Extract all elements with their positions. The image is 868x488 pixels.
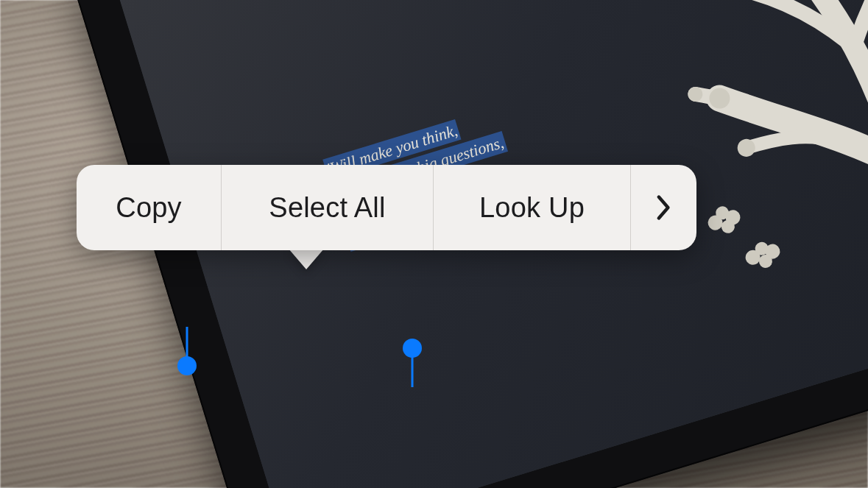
menu-arrow-icon bbox=[289, 249, 324, 269]
more-actions-button[interactable] bbox=[630, 165, 696, 250]
chevron-right-icon bbox=[656, 194, 672, 221]
selection-handle-start[interactable] bbox=[177, 356, 197, 375]
select-all-button[interactable]: Select All bbox=[221, 165, 433, 250]
copy-button[interactable]: Copy bbox=[77, 165, 221, 250]
selection-handle-end[interactable] bbox=[403, 339, 422, 358]
look-up-button[interactable]: Look Up bbox=[433, 165, 630, 250]
text-selection-menu: Copy Select All Look Up bbox=[77, 165, 696, 250]
